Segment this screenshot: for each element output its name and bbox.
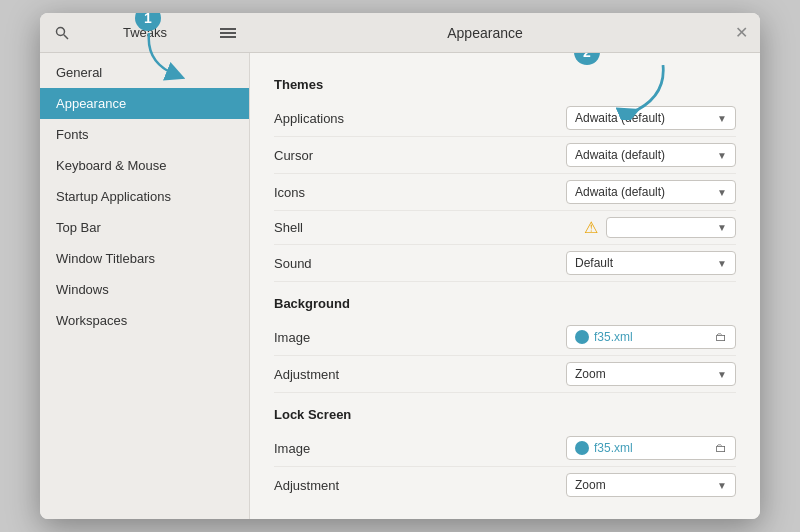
- background-image-picker[interactable]: f35.xml 🗀: [566, 325, 736, 349]
- applications-control: Adwaita (default) ▼: [414, 106, 736, 130]
- applications-row: Applications Adwaita (default) ▼: [274, 100, 736, 137]
- sidebar-item-windows[interactable]: Windows: [40, 274, 249, 305]
- icons-dropdown[interactable]: Adwaita (default) ▼: [566, 180, 736, 204]
- close-button[interactable]: ✕: [735, 25, 748, 41]
- svg-line-1: [64, 34, 68, 38]
- lockscreen-adjustment-label: Adjustment: [274, 478, 414, 493]
- search-icon: [55, 26, 69, 40]
- sidebar-item-startup-applications[interactable]: Startup Applications: [40, 181, 249, 212]
- sidebar-item-fonts[interactable]: Fonts: [40, 119, 249, 150]
- image-color-dot: [575, 441, 589, 455]
- shell-dropdown[interactable]: ▼: [606, 217, 736, 238]
- sidebar-item-keyboard-mouse[interactable]: Keyboard & Mouse: [40, 150, 249, 181]
- dropdown-arrow-icon: ▼: [717, 113, 727, 124]
- background-adjustment-control: Zoom ▼: [414, 362, 736, 386]
- sidebar-item-workspaces[interactable]: Workspaces: [40, 305, 249, 336]
- titlebar-left: 1 Tweaks: [40, 19, 250, 47]
- dropdown-arrow-icon: ▼: [717, 258, 727, 269]
- sidebar-item-window-titlebars[interactable]: Window Titlebars: [40, 243, 249, 274]
- titlebar: 1 Tweaks: [40, 13, 760, 53]
- background-adjustment-row: Adjustment Zoom ▼: [274, 356, 736, 393]
- cursor-label: Cursor: [274, 148, 414, 163]
- icons-row: Icons Adwaita (default) ▼: [274, 174, 736, 211]
- window-title: Appearance: [250, 25, 720, 41]
- sound-row: Sound Default ▼: [274, 245, 736, 282]
- cursor-row: Cursor Adwaita (default) ▼: [274, 137, 736, 174]
- sound-label: Sound: [274, 256, 414, 271]
- sidebar-item-general[interactable]: General: [40, 57, 249, 88]
- sidebar-item-top-bar[interactable]: Top Bar: [40, 212, 249, 243]
- applications-label: Applications: [274, 111, 414, 126]
- lockscreen-image-picker[interactable]: f35.xml 🗀: [566, 436, 736, 460]
- lockscreen-adjustment-row: Adjustment Zoom ▼: [274, 467, 736, 503]
- applications-dropdown[interactable]: Adwaita (default) ▼: [566, 106, 736, 130]
- lockscreen-image-row: Image f35.xml 🗀: [274, 430, 736, 467]
- dropdown-arrow-icon: ▼: [717, 187, 727, 198]
- sound-dropdown[interactable]: Default ▼: [566, 251, 736, 275]
- lockscreen-adjustment-dropdown[interactable]: Zoom ▼: [566, 473, 736, 497]
- background-adjustment-dropdown[interactable]: Zoom ▼: [566, 362, 736, 386]
- icons-control: Adwaita (default) ▼: [414, 180, 736, 204]
- warning-icon: ⚠: [584, 218, 598, 237]
- sound-control: Default ▼: [414, 251, 736, 275]
- background-image-control: f35.xml 🗀: [414, 325, 736, 349]
- lockscreen-image-label: Image: [274, 441, 414, 456]
- sidebar-item-appearance[interactable]: Appearance: [40, 88, 249, 119]
- folder-icon: 🗀: [715, 330, 727, 344]
- main-panel: 2 Themes Applications Adwaita (default): [250, 53, 760, 519]
- themes-section-title: Themes: [274, 77, 736, 92]
- background-section-title: Background: [274, 296, 736, 311]
- hamburger-icon: [220, 27, 236, 39]
- lockscreen-image-control: f35.xml 🗀: [414, 436, 736, 460]
- menu-button[interactable]: [214, 19, 242, 47]
- dropdown-arrow-icon: ▼: [717, 480, 727, 491]
- image-color-dot: [575, 330, 589, 344]
- annotation-badge-2: 2: [574, 53, 600, 65]
- background-image-row: Image f35.xml 🗀: [274, 319, 736, 356]
- lockscreen-adjustment-control: Zoom ▼: [414, 473, 736, 497]
- dropdown-arrow-icon: ▼: [717, 222, 727, 233]
- lockscreen-section-title: Lock Screen: [274, 407, 736, 422]
- dropdown-arrow-icon: ▼: [717, 369, 727, 380]
- icons-label: Icons: [274, 185, 414, 200]
- content-area: General Appearance Fonts Keyboard & Mous…: [40, 53, 760, 519]
- dropdown-arrow-icon: ▼: [717, 150, 727, 161]
- folder-icon: 🗀: [715, 441, 727, 455]
- titlebar-right: ✕: [720, 25, 760, 41]
- app-window: 1 Tweaks: [40, 13, 760, 519]
- cursor-control: Adwaita (default) ▼: [414, 143, 736, 167]
- background-adjustment-label: Adjustment: [274, 367, 414, 382]
- background-image-label: Image: [274, 330, 414, 345]
- shell-control: ⚠ ▼: [414, 217, 736, 238]
- cursor-dropdown[interactable]: Adwaita (default) ▼: [566, 143, 736, 167]
- shell-row: Shell ⚠ ▼: [274, 211, 736, 245]
- shell-label: Shell: [274, 220, 414, 235]
- search-button[interactable]: [48, 19, 76, 47]
- sidebar: General Appearance Fonts Keyboard & Mous…: [40, 53, 250, 519]
- svg-point-0: [57, 27, 65, 35]
